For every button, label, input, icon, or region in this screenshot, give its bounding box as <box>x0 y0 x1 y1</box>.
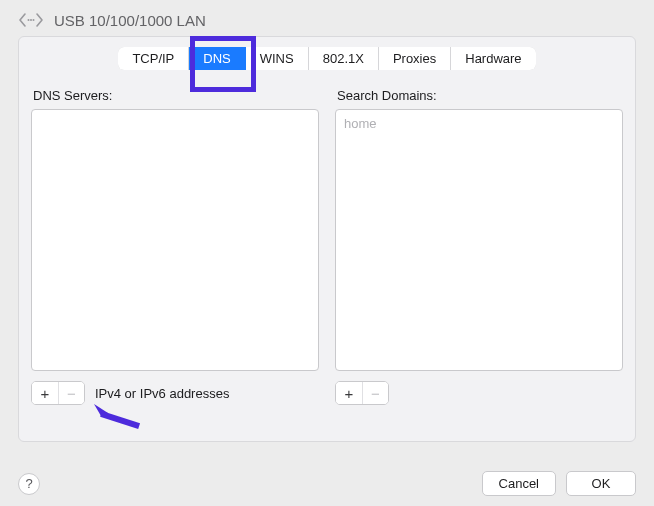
remove-dns-button[interactable]: − <box>58 382 84 404</box>
add-search-domain-button[interactable]: + <box>336 382 362 404</box>
ok-button[interactable]: OK <box>566 471 636 496</box>
titlebar: USB 10/100/1000 LAN <box>0 0 654 36</box>
dns-hint: IPv4 or IPv6 addresses <box>95 386 229 401</box>
remove-search-domain-button[interactable]: − <box>362 382 388 404</box>
search-domains-label: Search Domains: <box>337 88 623 103</box>
cancel-button[interactable]: Cancel <box>482 471 556 496</box>
dns-servers-list[interactable] <box>31 109 319 371</box>
dns-servers-column: DNS Servers: + − IPv4 or IPv6 addresses <box>31 82 319 405</box>
segmented-tabs: TCP/IP DNS WINS 802.1X Proxies Hardware <box>118 47 535 70</box>
search-domain-item: home <box>344 116 614 131</box>
help-button[interactable]: ? <box>18 473 40 495</box>
columns: DNS Servers: + − IPv4 or IPv6 addresses … <box>31 82 623 405</box>
tab-hardware[interactable]: Hardware <box>451 47 535 70</box>
tabbar: TCP/IP DNS WINS 802.1X Proxies Hardware <box>31 47 623 70</box>
footer: ? Cancel OK <box>0 471 654 496</box>
tab-8021x[interactable]: 802.1X <box>309 47 379 70</box>
dns-servers-controls: + − IPv4 or IPv6 addresses <box>31 381 319 405</box>
search-domains-controls: + − <box>335 381 623 405</box>
dns-servers-pm-group: + − <box>31 381 85 405</box>
tab-dns[interactable]: DNS <box>189 47 245 70</box>
ethernet-icon <box>18 10 44 30</box>
add-dns-button[interactable]: + <box>32 382 58 404</box>
search-domains-list[interactable]: home <box>335 109 623 371</box>
dns-servers-label: DNS Servers: <box>33 88 319 103</box>
svg-point-1 <box>30 19 32 21</box>
footer-buttons: Cancel OK <box>482 471 636 496</box>
content-panel: TCP/IP DNS WINS 802.1X Proxies Hardware … <box>18 36 636 442</box>
svg-point-2 <box>33 19 35 21</box>
tab-tcpip[interactable]: TCP/IP <box>118 47 189 70</box>
svg-point-0 <box>28 19 30 21</box>
network-advanced-window: USB 10/100/1000 LAN TCP/IP DNS WINS 802.… <box>0 0 654 506</box>
tab-proxies[interactable]: Proxies <box>379 47 451 70</box>
search-domains-pm-group: + − <box>335 381 389 405</box>
search-domains-column: Search Domains: home + − <box>335 82 623 405</box>
tab-wins[interactable]: WINS <box>246 47 309 70</box>
page-title: USB 10/100/1000 LAN <box>54 12 206 29</box>
